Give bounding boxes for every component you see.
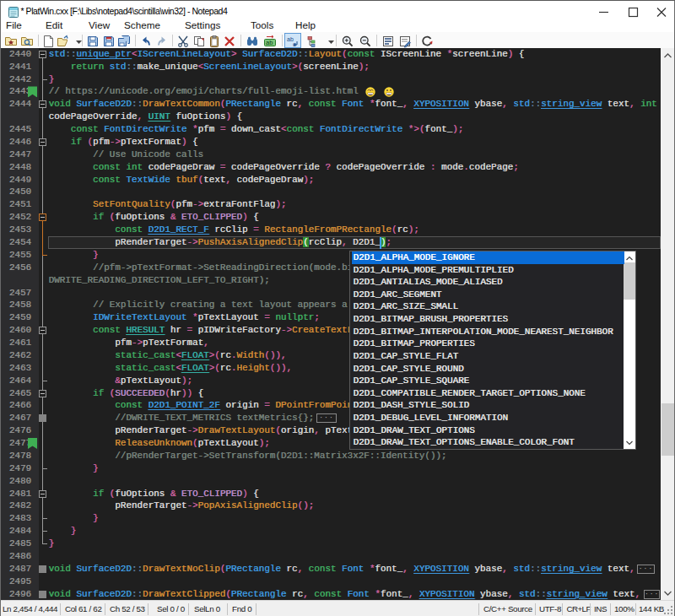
svg-text:ab: ab — [266, 39, 273, 46]
